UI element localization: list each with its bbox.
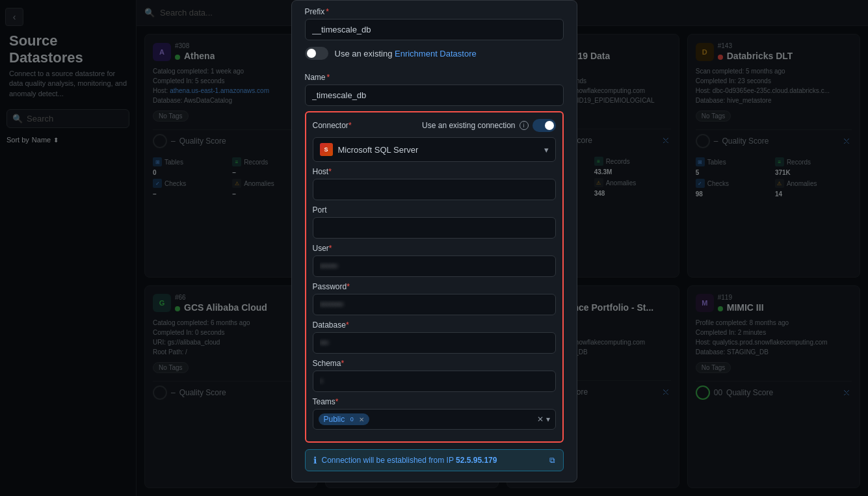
password-input[interactable]	[313, 294, 556, 315]
user-field: User*	[313, 244, 556, 277]
ip-notice-text: Connection will be established from IP 5…	[322, 456, 497, 465]
required-marker: *	[341, 359, 345, 368]
port-input[interactable]	[313, 217, 556, 239]
info-icon[interactable]: i	[519, 121, 529, 130]
public-chip: Public 0 ✕	[319, 413, 370, 425]
connector-select-left: S Microsoft SQL Server	[320, 143, 419, 156]
toggle-label: Use an existing Enrichment Datastore	[335, 49, 477, 59]
user-label: User*	[313, 244, 556, 253]
teams-actions: ✕ ▾	[537, 415, 550, 424]
prefix-label: Prefix*	[305, 7, 564, 16]
prefix-field: Prefix*	[292, 1, 577, 40]
use-existing-toggle[interactable]	[533, 119, 556, 132]
connector-select[interactable]: S Microsoft SQL Server ▾	[313, 137, 556, 162]
teams-dropdown-arrow[interactable]: ▾	[546, 415, 550, 424]
name-label: Name*	[305, 73, 564, 82]
enrichment-toggle[interactable]	[305, 47, 328, 60]
public-chip-count: 0	[347, 415, 356, 424]
required-marker: *	[349, 121, 352, 130]
password-field: Password*	[313, 282, 556, 315]
password-label: Password*	[313, 282, 556, 291]
toggle-row: Use an existing Enrichment Datastore	[292, 40, 577, 66]
copy-icon[interactable]: ⧉	[549, 456, 555, 465]
mssql-icon: S	[320, 143, 333, 156]
clear-teams[interactable]: ✕	[537, 415, 544, 424]
public-chip-label: Public	[324, 415, 345, 424]
teams-field: Teams* Public 0 ✕ ✕ ▾	[313, 397, 556, 430]
name-input[interactable]	[305, 85, 564, 106]
user-input[interactable]	[313, 255, 556, 277]
database-field: Database*	[313, 320, 556, 354]
info-circle-icon: ℹ	[313, 455, 317, 465]
port-label: Port	[313, 205, 556, 215]
required-marker: *	[347, 282, 350, 291]
required-marker: *	[327, 73, 330, 82]
use-existing-connection: Use an existing connection i	[422, 119, 555, 132]
host-label: Host*	[313, 167, 556, 176]
schema-field: Schema*	[313, 359, 556, 392]
required-marker: *	[326, 7, 329, 16]
dropdown-arrow: ▾	[544, 145, 549, 155]
ip-address: 52.5.95.179	[456, 456, 497, 465]
port-field: Port	[313, 205, 556, 239]
database-input[interactable]	[313, 332, 556, 354]
database-label: Database*	[313, 320, 556, 330]
schema-label: Schema*	[313, 359, 556, 368]
required-marker: *	[346, 320, 349, 330]
host-input[interactable]	[313, 179, 556, 200]
required-marker: *	[328, 167, 332, 176]
prefix-input[interactable]	[305, 19, 564, 40]
connector-section: Connector* Use an existing connection i …	[305, 111, 564, 443]
connector-value: Microsoft SQL Server	[338, 145, 419, 155]
connector-header: Connector* Use an existing connection i	[313, 119, 556, 132]
required-marker: *	[329, 244, 332, 253]
teams-input[interactable]: Public 0 ✕ ✕ ▾	[313, 409, 556, 430]
ip-notice: ℹ Connection will be established from IP…	[305, 449, 564, 471]
teams-label: Teams*	[313, 397, 556, 406]
schema-input[interactable]	[313, 371, 556, 392]
name-field: Name*	[292, 66, 577, 106]
chip-remove[interactable]: ✕	[359, 416, 364, 423]
required-marker: *	[335, 397, 339, 406]
datastore-modal: Prefix* Use an existing Enrichment Datas…	[291, 0, 577, 482]
connector-title: Connector*	[313, 121, 352, 130]
enrichment-link[interactable]: Enrichment Datastore	[395, 49, 477, 59]
host-field: Host*	[313, 167, 556, 200]
